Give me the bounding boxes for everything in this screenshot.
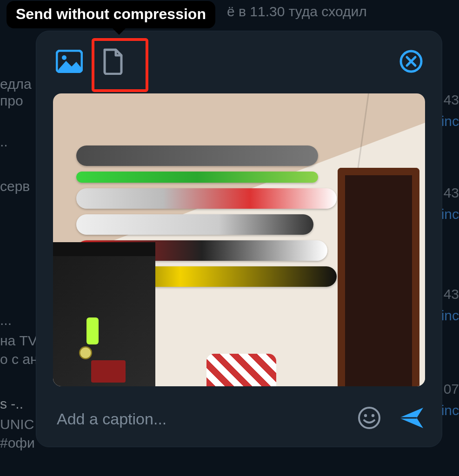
bg-sidebar-text: на TV [0,333,37,349]
bg-sidebar-text: .. [0,134,8,150]
bg-sidebar-text: про [0,93,23,109]
bg-sidebar-text: едла [0,76,32,92]
tooltip-send-without-compression: Send without compression [7,1,215,28]
send-as-file-button[interactable] [99,48,127,77]
bg-sidebar-text: о с ан [0,351,38,367]
file-icon [102,48,124,77]
bg-message-text: ё в 11.30 туда сходил [227,4,367,20]
bg-link: inc [441,113,459,129]
emoji-button[interactable] [355,405,383,433]
attachment-preview[interactable] [53,93,425,386]
attachment-panel [36,31,442,447]
close-button[interactable] [398,49,424,75]
bg-sidebar-text: UNIC [0,416,34,432]
bg-sidebar-text: ... [0,312,12,328]
bg-link: inc [441,206,459,222]
bg-sidebar-text: серв [0,178,30,194]
image-icon [56,50,83,75]
caption-row [36,391,442,447]
emoji-icon [358,406,381,431]
bg-time: 43 [444,286,459,302]
bg-sidebar-text: s -.. [0,396,23,412]
bg-time: 43 [444,185,459,201]
send-as-image-button[interactable] [55,48,84,77]
bg-link: inc [441,308,459,324]
svg-point-4 [364,414,367,417]
caption-input[interactable] [57,410,341,428]
panel-header [36,31,442,93]
svg-point-3 [359,408,379,428]
send-button[interactable] [397,405,425,433]
bg-link: inc [441,403,459,418]
tooltip-label: Send without compression [16,6,206,22]
close-icon [399,50,423,75]
bg-time: 07 [444,381,459,397]
mode-buttons [55,48,127,77]
svg-point-1 [62,55,67,60]
send-icon [398,407,424,431]
svg-point-5 [372,414,374,417]
bg-sidebar-text: #офи [0,435,35,451]
bg-time: 43 [444,92,459,108]
preview-area [36,93,442,391]
